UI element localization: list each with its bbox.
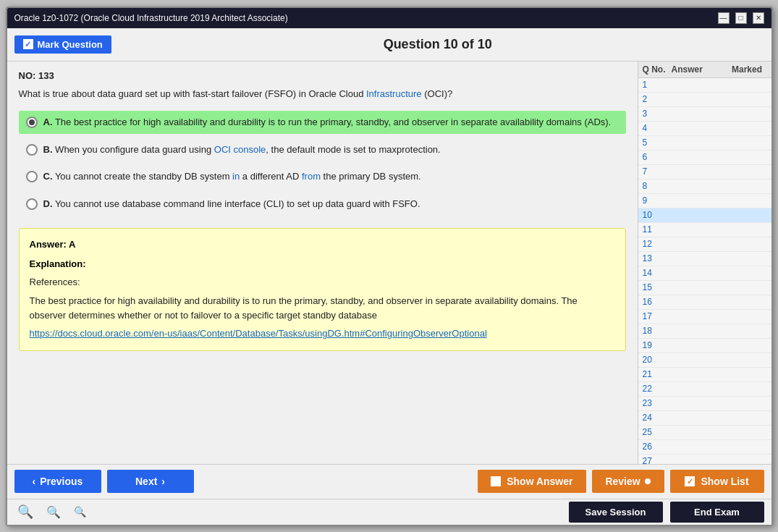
- sidebar-q-num[interactable]: 20: [643, 355, 672, 365]
- sidebar-q-num[interactable]: 18: [643, 326, 672, 336]
- sidebar-q-num[interactable]: 16: [643, 297, 672, 307]
- sidebar-row[interactable]: 27: [638, 455, 771, 464]
- answer-box: Answer: A Explanation: References: The b…: [19, 228, 626, 351]
- sidebar-row[interactable]: 12: [638, 237, 771, 252]
- sidebar-row[interactable]: 21: [638, 368, 771, 382]
- answer-label: Answer: A: [30, 237, 615, 253]
- sidebar-q-num[interactable]: 15: [643, 282, 672, 292]
- sidebar-q-num[interactable]: 7: [643, 166, 672, 177]
- show-list-check-icon: ✓: [685, 476, 695, 486]
- sidebar-q-num[interactable]: 11: [643, 224, 672, 235]
- sidebar-row[interactable]: 25: [638, 426, 771, 440]
- sidebar-q-num[interactable]: 22: [643, 384, 672, 394]
- sidebar-row[interactable]: 18: [638, 324, 771, 339]
- sidebar-q-num[interactable]: 24: [643, 413, 672, 423]
- main-content: NO: 133 What is true about data guard se…: [7, 62, 771, 464]
- close-button[interactable]: ✕: [753, 12, 764, 24]
- sidebar-row[interactable]: 13: [638, 252, 771, 266]
- option-d-text: D. You cannot use database command line …: [43, 197, 420, 211]
- question-list-sidebar: Q No. Answer Marked 1 2 3 4 5 6: [638, 62, 771, 464]
- sidebar-q-num[interactable]: 9: [643, 195, 672, 206]
- toolbar: ✓ Mark Question Question 10 of 10: [7, 28, 771, 62]
- save-session-button[interactable]: Save Session: [569, 502, 663, 523]
- show-list-button[interactable]: ✓ Show List: [670, 470, 764, 493]
- sidebar-q-num[interactable]: 12: [643, 239, 672, 249]
- next-button[interactable]: Next ›: [107, 470, 194, 493]
- option-d[interactable]: D. You cannot use database command line …: [19, 193, 626, 216]
- title-bar: Oracle 1z0-1072 (Oracle Cloud Infrastruc…: [7, 8, 771, 28]
- save-session-label: Save Session: [585, 507, 646, 518]
- option-b[interactable]: B. When you configure data guard using O…: [19, 138, 626, 161]
- sidebar-row[interactable]: 2: [638, 93, 771, 107]
- sidebar-row[interactable]: 3: [638, 107, 771, 122]
- zoom-in-button[interactable]: 🔍: [14, 502, 36, 521]
- sidebar-q-num[interactable]: 17: [643, 311, 672, 321]
- sidebar-row[interactable]: 20: [638, 353, 771, 368]
- options-list: A. The best practice for high availabili…: [19, 111, 626, 215]
- maximize-button[interactable]: □: [735, 12, 747, 24]
- sidebar-q-num[interactable]: 13: [643, 253, 672, 263]
- sidebar-row[interactable]: 26: [638, 440, 771, 455]
- sidebar-q-num[interactable]: 21: [643, 369, 672, 379]
- sidebar-row[interactable]: 16: [638, 295, 771, 310]
- next-arrow-icon: ›: [161, 476, 165, 487]
- bottom-bar: ‹ Previous Next › Show Answer Review ✓ S…: [7, 464, 771, 499]
- sidebar-row[interactable]: 17: [638, 310, 771, 324]
- sidebar-q-num[interactable]: 2: [643, 94, 672, 104]
- prev-arrow-icon: ‹: [33, 476, 36, 487]
- sidebar-row[interactable]: 5: [638, 136, 771, 151]
- sidebar-row[interactable]: 24: [638, 411, 771, 426]
- sidebar-col-answer: Answer: [672, 64, 727, 75]
- end-exam-button[interactable]: End Exam: [670, 502, 764, 523]
- sidebar-row[interactable]: 9: [638, 194, 771, 208]
- sidebar-q-num[interactable]: 5: [643, 138, 672, 148]
- sidebar-header: Q No. Answer Marked: [638, 62, 771, 78]
- question-no: NO: 133: [19, 70, 626, 81]
- sidebar-row[interactable]: 6: [638, 151, 771, 165]
- sidebar-row[interactable]: 19: [638, 339, 771, 353]
- sidebar-row[interactable]: 23: [638, 397, 771, 411]
- end-exam-label: End Exam: [694, 507, 740, 518]
- sidebar-q-num[interactable]: 6: [643, 152, 672, 162]
- show-answer-button[interactable]: Show Answer: [478, 470, 585, 493]
- sidebar-row[interactable]: 4: [638, 122, 771, 136]
- sidebar-q-num[interactable]: 26: [643, 442, 672, 452]
- mark-question-button[interactable]: ✓ Mark Question: [14, 35, 111, 54]
- sidebar-q-num[interactable]: 3: [643, 109, 672, 119]
- sidebar-q-num[interactable]: 25: [643, 427, 672, 437]
- sidebar-row[interactable]: 10: [638, 208, 771, 223]
- question-text: What is true about data guard set up wit…: [19, 87, 626, 101]
- window-controls: — □ ✕: [718, 12, 764, 24]
- sidebar-q-num[interactable]: 8: [643, 181, 672, 191]
- sidebar-row[interactable]: 1: [638, 78, 771, 93]
- previous-button[interactable]: ‹ Previous: [14, 470, 101, 493]
- review-button[interactable]: Review: [592, 470, 664, 493]
- sidebar-row[interactable]: 8: [638, 180, 771, 194]
- sidebar-q-num[interactable]: 10: [643, 210, 672, 220]
- reference-link[interactable]: https://docs.cloud.oracle.com/en-us/iaas…: [30, 328, 487, 339]
- sidebar-row[interactable]: 15: [638, 281, 771, 295]
- option-c[interactable]: C. You cannot create the standby DB syst…: [19, 165, 626, 188]
- sidebar-q-num[interactable]: 14: [643, 268, 672, 278]
- sidebar-q-num[interactable]: 19: [643, 340, 672, 350]
- sidebar-q-num[interactable]: 23: [643, 398, 672, 408]
- sidebar-q-num[interactable]: 1: [643, 80, 672, 90]
- next-label: Next: [135, 476, 157, 487]
- main-window: Oracle 1z0-1072 (Oracle Cloud Infrastruc…: [6, 7, 773, 526]
- previous-label: Previous: [40, 476, 83, 487]
- option-a[interactable]: A. The best practice for high availabili…: [19, 111, 626, 134]
- option-a-text: A. The best practice for high availabili…: [43, 115, 612, 130]
- zoom-normal-button[interactable]: 🔍: [43, 504, 64, 520]
- sidebar-q-num[interactable]: 27: [643, 456, 672, 464]
- explanation-label: Explanation:: [30, 257, 615, 272]
- review-dot-icon: [645, 478, 651, 484]
- mark-question-label: Mark Question: [38, 39, 103, 50]
- window-title: Oracle 1z0-1072 (Oracle Cloud Infrastruc…: [14, 13, 288, 23]
- sidebar-row[interactable]: 14: [638, 266, 771, 281]
- sidebar-row[interactable]: 11: [638, 223, 771, 237]
- sidebar-q-num[interactable]: 4: [643, 123, 672, 133]
- minimize-button[interactable]: —: [718, 12, 730, 24]
- sidebar-row[interactable]: 22: [638, 382, 771, 397]
- sidebar-row[interactable]: 7: [638, 165, 771, 180]
- zoom-out-button[interactable]: 🔍: [71, 504, 89, 519]
